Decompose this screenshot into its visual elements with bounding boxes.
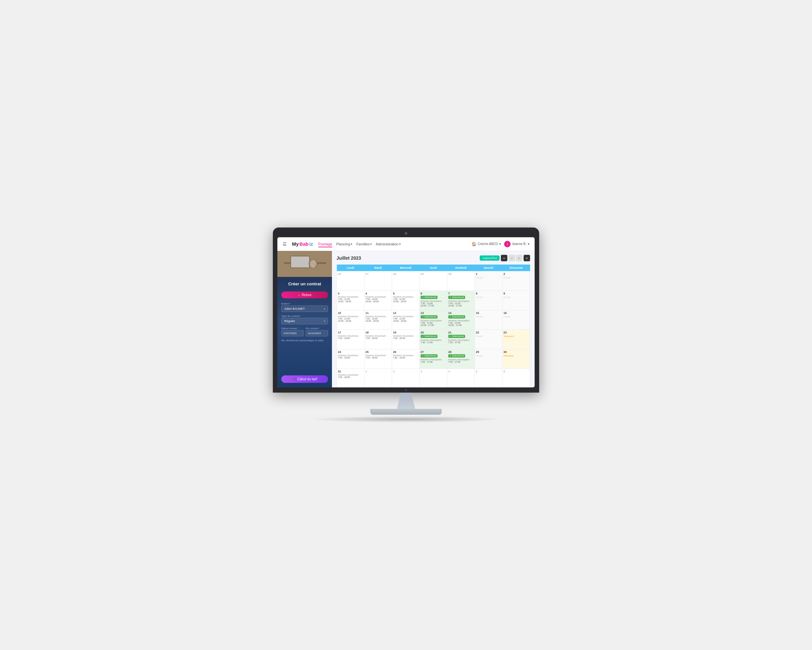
calendar-day-w2-d5[interactable]: 15Fermé <box>475 310 502 330</box>
calendar-day-w2-d6[interactable]: 16Fermé <box>502 310 530 330</box>
calendar-day-w4-d4[interactable]: 28✓ SélectionnéHoraires d'inscription7:3… <box>447 349 475 369</box>
nav-pointage[interactable]: Pointage <box>318 241 332 247</box>
back-button[interactable]: ← Retour <box>281 292 328 298</box>
hamburger-icon[interactable]: ☰ <box>282 242 287 247</box>
calendar-day-w4-d2[interactable]: 26Horaires d'ouverture7:00 - 18:00 <box>392 349 419 369</box>
calendar-day-w0-d6[interactable]: 2Fermé <box>502 271 530 291</box>
calendar-week-5: 31Horaires d'ouverture7:00 - 18:00123456 <box>337 369 530 388</box>
calendar-day-w0-d1[interactable]: 27 <box>364 271 392 291</box>
day-number: 15 <box>476 311 501 315</box>
day-closed-label: Fermé <box>476 335 501 338</box>
horaires-value: 7:00 - 18:00 <box>365 337 391 339</box>
sidebar-title: Créer un contrat <box>281 281 328 286</box>
calendar-header-row: Lundi Mardi Mercredi Jeudi Vendredi Same… <box>337 265 530 271</box>
sidebar-image <box>277 251 332 277</box>
creche-name: Crèche ABCD <box>478 242 498 246</box>
calendar-day-w3-d4[interactable]: 21✓ SélectionnéHoraires d'inscription7:3… <box>447 330 475 349</box>
nav-familles[interactable]: Familles ▾ <box>356 241 372 247</box>
calendar-day-w0-d4[interactable]: 30 <box>447 271 475 291</box>
prev-button[interactable]: ‹ <box>509 255 515 261</box>
calendar-day-w1-d6[interactable]: 9Fermé <box>502 291 530 310</box>
type-label: Type de contrat * <box>281 315 328 318</box>
calendar-day-w1-d3[interactable]: 6✓ SélectionnéHoraires d'inscription7:30… <box>419 291 447 310</box>
horaires-value: 7:30 - 12:00 14:00 - 17:00 <box>421 302 446 307</box>
day-closed-label: Fermé <box>476 315 501 318</box>
calendar-day-w5-d0[interactable]: 31Horaires d'ouverture7:00 - 18:00 <box>337 369 365 388</box>
calendar-day-w1-d0[interactable]: 3Horaires d'ouverture7:00 - 12:00 14:00 … <box>337 291 365 310</box>
day-number: 21 <box>448 331 473 334</box>
calendar-day-w4-d5[interactable]: 29Fermé <box>475 349 502 369</box>
horaires-value: 7:30 - 17:00 <box>421 341 446 344</box>
horaires-label: Horaires d'inscription <box>448 339 473 341</box>
nav-creche[interactable]: 🏠 Crèche ABCD ▾ <box>472 242 501 246</box>
calendar-week-4: 24Horaires d'ouverture7:00 - 18:0025Hora… <box>337 349 530 369</box>
calendar-day-w5-d4[interactable]: 4 <box>447 369 475 388</box>
calendar-day-w2-d4[interactable]: 14✓ SélectionnéHoraires d'inscription7:3… <box>447 310 475 330</box>
enfant-select[interactable]: Julien BAUMET ▾ <box>281 306 328 312</box>
calendar-day-w2-d1[interactable]: 11Horaires d'ouverture7:00 - 12:00 14:00… <box>364 310 392 330</box>
day-number: 2 <box>504 272 529 275</box>
calendar-day-w1-d1[interactable]: 4Horaires d'ouverture7:00 - 12:00 14:00 … <box>364 291 392 310</box>
calendar-day-w4-d1[interactable]: 25Horaires d'ouverture7:00 - 18:00 <box>364 349 392 369</box>
calendar-day-w5-d2[interactable]: 2 <box>392 369 419 388</box>
nav-user[interactable]: J Jeanne B. ▾ <box>504 241 530 247</box>
horaires-value: 7:30 - 12:00 14:00 - 17:00 <box>448 322 473 326</box>
calendar-day-w4-d0[interactable]: 24Horaires d'ouverture7:00 - 18:00 <box>337 349 365 369</box>
debut-input[interactable]: 01/07/2023 <box>281 330 304 336</box>
calendar-day-w0-d0[interactable]: 26 <box>337 271 365 291</box>
calendar-day-w3-d1[interactable]: 18Horaires d'ouverture7:00 - 18:00 <box>364 330 392 349</box>
brand-my: My <box>292 241 299 247</box>
horaires-value: 7:00 - 18:00 <box>338 337 363 339</box>
nav-administration[interactable]: Administration ▾ <box>376 241 401 247</box>
day-vacances-label: Vacances <box>504 354 529 357</box>
selected-badge: ✓ Sélectionné <box>448 335 466 338</box>
today-button[interactable]: Aujourd'hui <box>480 255 499 261</box>
calendar-area: Juillet 2023 Aujourd'hui « ‹ › » <box>332 251 535 387</box>
calendar-day-w3-d5[interactable]: 22Fermé <box>475 330 502 349</box>
calendar-day-w3-d2[interactable]: 19Horaires d'ouverture7:00 - 18:00 <box>392 330 419 349</box>
calendar-week-2: 10Horaires d'ouverture7:00 - 12:00 14:00… <box>337 310 530 330</box>
day-number: 11 <box>365 311 391 315</box>
calendar-day-w2-d3[interactable]: 13✓ SélectionnéHoraires d'inscription7:3… <box>419 310 447 330</box>
day-number: 30 <box>448 272 473 275</box>
calc-button[interactable]: 💜 Calcul du tarif <box>281 375 328 383</box>
type-value: Régulier <box>284 320 295 323</box>
calendar-day-w2-d2[interactable]: 12Horaires d'ouverture7:00 - 12:00 14:00… <box>392 310 419 330</box>
prev-prev-button[interactable]: « <box>501 255 507 261</box>
nav-planning[interactable]: Planning ▾ <box>336 241 353 247</box>
nb-label: Nb. échéances (automatique si vide) <box>281 339 328 342</box>
horaires-label: Horaires d'ouverture <box>338 315 363 318</box>
calendar-day-w5-d5[interactable]: 5 <box>475 369 502 388</box>
calendar-day-w4-d6[interactable]: 30Vacances <box>502 349 530 369</box>
monitor-wrapper: ☰ MyBabiz Pointage Planning ▾ Familles ▾… <box>273 228 539 422</box>
next-next-button[interactable]: » <box>524 255 530 261</box>
calendar-day-w5-d6[interactable]: 6 <box>502 369 530 388</box>
calendar-day-w4-d3[interactable]: 27✓ SélectionnéHoraires d'inscription7:3… <box>419 349 447 369</box>
calendar-day-w1-d2[interactable]: 5Horaires d'ouverture7:00 - 12:00 14:00 … <box>392 291 419 310</box>
calendar-week-0: 26272829301Fermé2Fermé <box>337 271 530 291</box>
nb-field-group: Nb. échéances (automatique si vide) <box>281 339 328 342</box>
day-number: 8 <box>476 292 501 295</box>
fin-input[interactable]: 31/12/2023 <box>306 330 328 336</box>
calendar-day-w3-d0[interactable]: 17Horaires d'ouverture7:00 - 18:00 <box>337 330 365 349</box>
calendar-day-w5-d3[interactable]: 3 <box>419 369 447 388</box>
next-button[interactable]: › <box>516 255 522 261</box>
day-number: 5 <box>476 370 501 373</box>
calendar-day-w1-d4[interactable]: 7✓ SélectionnéHoraires d'inscription7:30… <box>447 291 475 310</box>
calendar-day-w0-d5[interactable]: 1Fermé <box>475 271 502 291</box>
calendar-day-w3-d6[interactable]: 23Vacances <box>502 330 530 349</box>
type-select[interactable]: Régulier ▾ <box>281 318 328 324</box>
th-mardi: Mardi <box>364 265 392 271</box>
calendar-day-w0-d3[interactable]: 29 <box>419 271 447 291</box>
horaires-label: Horaires d'inscription <box>421 320 446 322</box>
day-number: 16 <box>504 311 529 315</box>
calendar-day-w0-d2[interactable]: 28 <box>392 271 419 291</box>
day-number: 29 <box>476 350 501 353</box>
horaires-value: 7:00 - 18:00 <box>365 356 391 359</box>
calendar-day-w3-d3[interactable]: 20✓ SélectionnéHoraires d'inscription7:3… <box>419 330 447 349</box>
calendar-day-w5-d1[interactable]: 1 <box>364 369 392 388</box>
day-closed-label: Fermé <box>476 296 501 299</box>
day-number: 31 <box>338 370 363 373</box>
calendar-day-w1-d5[interactable]: 8Fermé <box>475 291 502 310</box>
calendar-day-w2-d0[interactable]: 10Horaires d'ouverture7:00 - 12:00 14:00… <box>337 310 365 330</box>
